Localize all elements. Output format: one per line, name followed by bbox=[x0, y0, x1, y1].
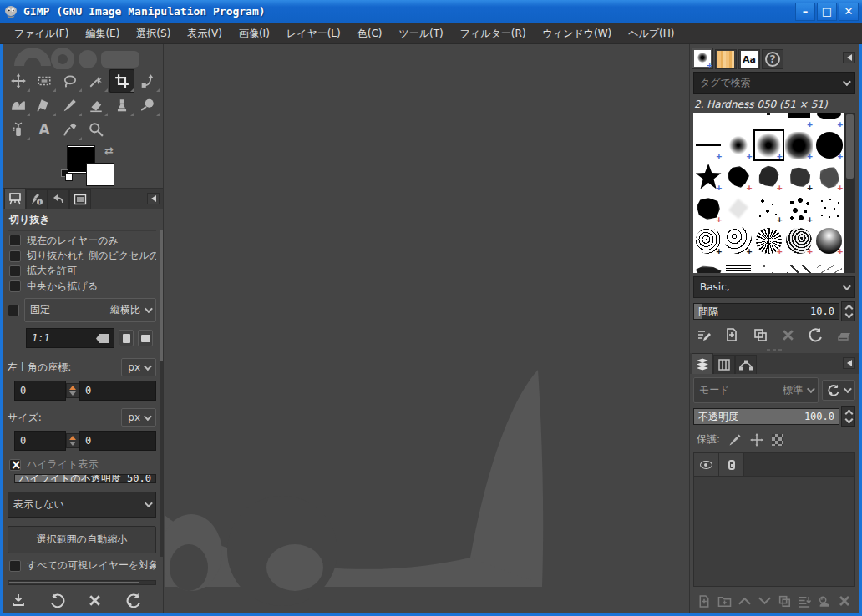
tab-help[interactable]: ? bbox=[762, 49, 783, 69]
link-cell[interactable] bbox=[719, 453, 744, 476]
tab-paths[interactable] bbox=[735, 355, 757, 374]
brush-blank[interactable] bbox=[693, 113, 723, 129]
restore-tool-preset-button[interactable] bbox=[49, 593, 78, 608]
edit-brush-button[interactable] bbox=[693, 326, 715, 344]
tab-device-status[interactable]: i bbox=[26, 189, 48, 209]
lower-layer-button[interactable] bbox=[755, 592, 773, 610]
portrait-orientation-button[interactable] bbox=[119, 330, 134, 346]
delete-tool-preset-button[interactable] bbox=[88, 593, 116, 608]
layer-name-cell[interactable] bbox=[744, 453, 854, 476]
brush-line[interactable]: + bbox=[693, 129, 723, 161]
menu-colors[interactable]: 色(C) bbox=[350, 24, 390, 43]
brush-tiny-dot[interactable] bbox=[753, 113, 783, 129]
tab-images[interactable] bbox=[69, 189, 91, 209]
tool-options-hscrollbar[interactable] bbox=[8, 580, 156, 585]
brush-star[interactable]: + bbox=[693, 161, 723, 193]
brush-dashes[interactable] bbox=[784, 256, 814, 273]
position-y-input[interactable]: 0 bbox=[79, 381, 156, 401]
menu-view[interactable]: 表示(V) bbox=[180, 24, 230, 43]
auto-shrink-button[interactable]: 選択範囲の自動縮小 bbox=[8, 526, 156, 553]
lock-alpha-icon[interactable] bbox=[772, 434, 783, 446]
new-layer-group-button[interactable] bbox=[715, 592, 733, 610]
title-bar[interactable]: GIMP (GNU Image Manipulation Program) – … bbox=[0, 0, 862, 23]
brush-chalk1[interactable]: + bbox=[723, 161, 753, 193]
add-layer-mask-button[interactable] bbox=[815, 592, 834, 610]
menu-help[interactable]: ヘルプ(H) bbox=[621, 24, 682, 43]
current-layer-only-option[interactable]: 現在のレイヤーのみ bbox=[8, 233, 156, 248]
color-picker-tool-button[interactable] bbox=[58, 118, 83, 141]
menu-file[interactable]: ファイル(F) bbox=[7, 24, 76, 43]
brush-chalk4[interactable]: + bbox=[814, 161, 844, 193]
duplicate-layer-button[interactable] bbox=[775, 592, 794, 610]
mode-switch-button[interactable] bbox=[822, 380, 855, 401]
lock-pixels-icon[interactable] bbox=[728, 433, 742, 447]
brush-circle[interactable]: + bbox=[814, 129, 844, 161]
brush-vine[interactable]: + bbox=[693, 225, 723, 256]
image-canvas[interactable] bbox=[165, 44, 689, 613]
gradient-tool-button[interactable] bbox=[6, 93, 31, 117]
fixed-aspect-dropdown[interactable]: 固定 縦横比 bbox=[24, 298, 156, 322]
default-colors-icon[interactable] bbox=[61, 169, 73, 181]
layer-list[interactable] bbox=[693, 452, 855, 587]
bucket-fill-tool-button[interactable] bbox=[32, 93, 57, 117]
layer-opacity-slider[interactable]: 不透明度 100.0 bbox=[693, 408, 839, 425]
tab-fonts[interactable]: Aa bbox=[738, 49, 760, 69]
brush-blank[interactable] bbox=[723, 113, 753, 129]
checkbox[interactable] bbox=[9, 265, 21, 277]
background-color-swatch[interactable] bbox=[86, 163, 114, 186]
brush-ell[interactable]: + bbox=[814, 113, 844, 129]
tab-channels[interactable] bbox=[713, 355, 735, 374]
delete-layer-button[interactable] bbox=[835, 592, 854, 610]
brush-soft-md[interactable]: + bbox=[753, 129, 783, 161]
spin-down-icon[interactable] bbox=[69, 442, 76, 446]
tab-layers[interactable] bbox=[692, 353, 713, 374]
size-spinner[interactable] bbox=[66, 433, 79, 448]
brush-sketch[interactable] bbox=[814, 256, 844, 273]
delete-brush-button[interactable] bbox=[778, 326, 799, 344]
brush-chalk2[interactable]: + bbox=[753, 161, 783, 193]
brush-pepper[interactable]: + bbox=[784, 225, 814, 256]
layer-mode-dropdown[interactable]: モード 標準 bbox=[693, 377, 819, 403]
minimize-button[interactable]: – bbox=[795, 3, 815, 21]
maximize-button[interactable]: □ bbox=[817, 3, 837, 21]
menu-windows[interactable]: ウィンドウ(W) bbox=[535, 24, 620, 43]
open-brush-as-image-button[interactable] bbox=[834, 326, 855, 344]
tool-options-menu-button[interactable] bbox=[147, 193, 160, 204]
new-brush-button[interactable] bbox=[721, 326, 743, 344]
position-spinner[interactable] bbox=[66, 383, 79, 398]
checkbox[interactable] bbox=[9, 235, 21, 246]
refresh-brushes-button[interactable] bbox=[805, 326, 827, 344]
scrollbar-thumb[interactable] bbox=[9, 582, 139, 583]
visibility-cell[interactable] bbox=[694, 453, 719, 476]
paintbrush-tool-button[interactable] bbox=[58, 93, 83, 117]
raise-layer-button[interactable] bbox=[735, 592, 753, 610]
size-height-input[interactable]: 0 bbox=[79, 431, 156, 451]
highlight-checkbox[interactable] bbox=[9, 459, 21, 471]
checkbox[interactable] bbox=[9, 560, 21, 572]
clone-tool-button[interactable] bbox=[109, 93, 134, 117]
position-unit-dropdown[interactable]: px bbox=[121, 358, 156, 376]
eraser-tool-button[interactable] bbox=[84, 93, 109, 117]
layer-row[interactable] bbox=[694, 453, 854, 477]
airbrush-tool-button[interactable] bbox=[6, 118, 31, 141]
brush-faint[interactable] bbox=[723, 193, 753, 225]
duplicate-brush-button[interactable] bbox=[749, 326, 771, 344]
text-tool-button[interactable]: A bbox=[32, 118, 57, 141]
reset-tool-options-button[interactable] bbox=[126, 593, 155, 608]
spin-up-icon[interactable] bbox=[69, 386, 76, 390]
rectangle-select-tool-button[interactable] bbox=[32, 69, 57, 93]
delete-cropped-pixels-option[interactable]: 切り抜かれた側のピクセルの削除 bbox=[8, 248, 156, 263]
allow-growing-option[interactable]: 拡大を許可 bbox=[8, 264, 156, 279]
menu-tools[interactable]: ツール(T) bbox=[391, 24, 450, 43]
brush-confetti-sm[interactable]: + bbox=[753, 193, 783, 225]
opacity-spinner[interactable] bbox=[841, 406, 855, 427]
menu-edit[interactable]: 編集(E) bbox=[78, 24, 127, 43]
brush-sparse[interactable] bbox=[753, 256, 783, 273]
save-tool-preset-button[interactable] bbox=[11, 593, 39, 608]
guides-dropdown[interactable]: 表示しない bbox=[8, 492, 156, 518]
tab-undo-history[interactable] bbox=[48, 189, 69, 209]
scrollbar-thumb[interactable] bbox=[160, 230, 163, 361]
fixed-checkbox[interactable] bbox=[8, 305, 19, 316]
move-tool-button[interactable] bbox=[6, 69, 31, 93]
spin-down-icon[interactable] bbox=[845, 311, 854, 319]
